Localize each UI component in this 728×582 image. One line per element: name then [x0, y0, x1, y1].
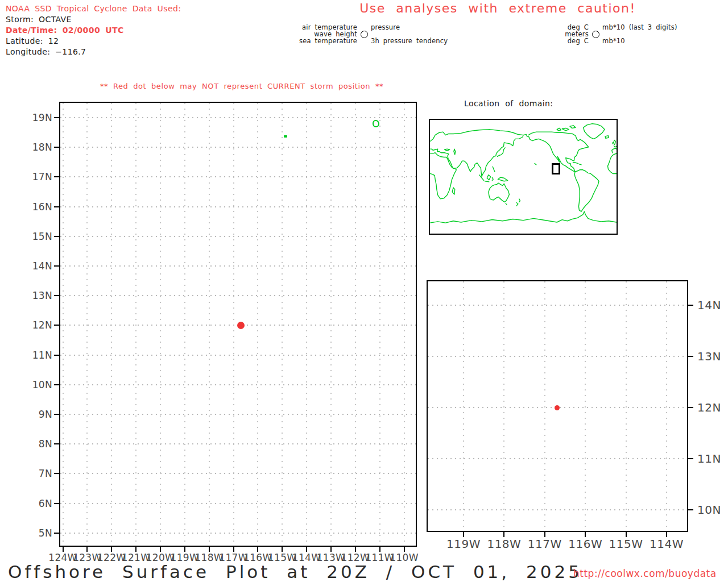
lon-tick	[666, 531, 667, 537]
lon-tick	[111, 547, 112, 552]
main-lat-axis-label: 14N	[17, 260, 52, 272]
gridline-lon	[306, 103, 307, 546]
lat-tick	[54, 473, 59, 474]
lat-tick	[54, 265, 59, 267]
lon-tick	[184, 547, 185, 552]
gridline-lon	[184, 103, 185, 546]
gridline-lat	[60, 295, 416, 296]
world-map-inset	[429, 119, 618, 235]
gridline-lon	[585, 281, 586, 530]
gridline-lat	[60, 443, 416, 444]
gridline-lat	[428, 509, 686, 510]
lon-tick	[379, 547, 380, 552]
gridline-lat	[60, 206, 416, 207]
lon-tick	[626, 531, 627, 537]
lon-tick	[306, 547, 307, 552]
lon-tick	[160, 547, 161, 552]
lon-tick	[404, 547, 405, 552]
detail-lat-axis-label: 14N	[697, 298, 721, 312]
main-lat-axis-label: 16N	[17, 201, 52, 213]
world-coastlines-svg	[430, 120, 617, 234]
island-outline	[373, 120, 379, 127]
lat-tick	[54, 533, 59, 534]
detail-lat-axis-label: 10N	[697, 503, 721, 517]
datetime-line: Date/Time: 02/0000 UTC	[6, 25, 181, 36]
gridline-lon	[135, 103, 136, 546]
gridline-lat	[60, 355, 416, 356]
station-model-circle-icon	[361, 31, 368, 38]
lon-tick	[135, 547, 136, 552]
lon-tick	[282, 547, 283, 552]
lat-tick	[687, 305, 693, 306]
gridline-lat	[60, 473, 416, 474]
gridline-lon	[257, 103, 258, 546]
main-lat-axis-label: 15N	[17, 231, 52, 242]
gridline-lon	[160, 103, 161, 546]
gridline-lon	[463, 281, 464, 530]
gridline-lat	[60, 384, 416, 385]
gridline-lat	[60, 147, 416, 148]
storm-position-dot-detail	[555, 405, 560, 410]
gridline-lon	[111, 103, 112, 546]
main-lat-axis-label: 19N	[17, 112, 52, 123]
caution-headline: Use analyses with extreme caution!	[354, 1, 642, 15]
main-lat-axis-label: 17N	[17, 171, 52, 182]
lat-tick	[54, 147, 59, 148]
inset-map-title: Location of domain:	[464, 99, 553, 108]
lat-tick	[54, 117, 59, 118]
lat-tick	[687, 356, 693, 357]
detail-lon-axis-label: 117W	[524, 537, 565, 551]
station-model-legend: air temperature wave height sea temperat…	[267, 24, 468, 44]
lat-tick	[54, 384, 59, 385]
main-lat-axis-label: 8N	[17, 438, 52, 450]
domain-location-marker	[552, 163, 560, 174]
gridline-lat	[60, 176, 416, 177]
lat-tick	[687, 509, 693, 510]
gridline-lat	[428, 305, 686, 306]
lon-tick	[544, 531, 545, 537]
detail-lat-axis-label: 13N	[697, 350, 721, 363]
legend-pressure-tendency-label: 3h pressure tendency	[371, 38, 468, 44]
legend-sea-temperature-label: sea temperature	[267, 38, 357, 44]
detail-lat-axis-label: 12N	[697, 401, 721, 414]
detail-lon-axis-label: 119W	[443, 537, 484, 551]
source-url: http://coolwx.com/buoydata	[573, 568, 717, 579]
gridline-lon	[355, 103, 356, 546]
gridline-lat	[60, 533, 416, 534]
lat-tick	[54, 414, 59, 415]
latitude-line: Latitude: 12	[6, 36, 181, 47]
gridline-lat	[60, 236, 416, 237]
gridline-lon	[209, 103, 210, 546]
units-mb10-digits-label: mb*10 (last 3 digits)	[602, 24, 705, 31]
lat-tick	[54, 236, 59, 237]
gridline-lat	[60, 414, 416, 415]
lon-tick	[209, 547, 210, 552]
units-degc-bottom-label: deg C	[526, 38, 589, 44]
storm-position-dot-main	[237, 322, 245, 329]
detail-lon-axis-label: 114W	[646, 537, 687, 551]
detail-lon-axis-label: 115W	[606, 537, 647, 551]
main-lat-axis-label: 10N	[17, 379, 52, 390]
lat-tick	[54, 176, 59, 177]
lon-tick	[330, 547, 332, 552]
gridline-lon	[330, 103, 332, 546]
legend-pressure-label: pressure	[371, 24, 468, 31]
lat-tick	[54, 503, 59, 504]
buoy-plot-page: NOAA SSD Tropical Cyclone Data Used: Sto…	[0, 0, 728, 582]
lat-tick	[687, 458, 693, 459]
main-lat-axis-label: 7N	[17, 468, 52, 479]
main-lat-axis-label: 11N	[17, 350, 52, 361]
data-source-line: NOAA SSD Tropical Cyclone Data Used:	[6, 3, 181, 14]
gridline-lat	[428, 458, 686, 459]
main-lat-axis-label: 13N	[17, 290, 52, 301]
gridline-lon	[282, 103, 283, 546]
longitude-line: Longitude: −116.7	[6, 47, 181, 57]
gridline-lon	[63, 103, 64, 546]
detail-lat-axis-label: 11N	[697, 452, 721, 465]
lon-tick	[86, 547, 88, 552]
lon-tick	[463, 531, 464, 537]
main-lon-axis-label: 110W	[387, 552, 422, 563]
lat-tick	[54, 295, 59, 296]
lon-tick	[355, 547, 356, 552]
gridline-lon	[626, 281, 627, 530]
